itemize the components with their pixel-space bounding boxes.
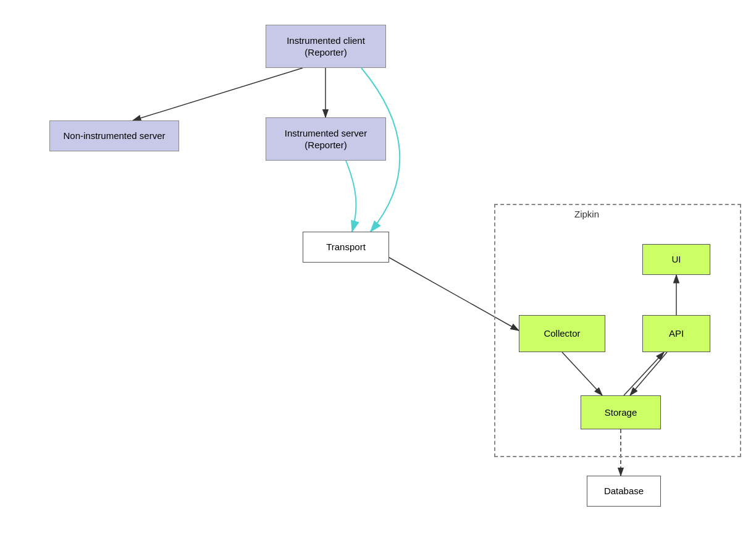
api-label: API: [669, 327, 684, 340]
svg-line-3: [133, 68, 303, 120]
transport-label: Transport: [326, 241, 366, 253]
api-node: API: [642, 315, 710, 352]
instrumented-client-node: Instrumented client (Reporter): [266, 25, 386, 68]
ui-node: UI: [642, 244, 710, 275]
instrumented-server-node: Instrumented server (Reporter): [266, 117, 386, 161]
instrumented-client-label: Instrumented client (Reporter): [287, 35, 365, 59]
collector-node: Collector: [519, 315, 605, 352]
zipkin-label: Zipkin: [574, 209, 599, 219]
instrumented-server-label: Instrumented server (Reporter): [285, 127, 367, 151]
collector-label: Collector: [544, 327, 580, 340]
non-instrumented-server-label: Non-instrumented server: [63, 130, 165, 142]
ui-label: UI: [672, 253, 681, 266]
diagram: Zipkin Instrumented client (Reporter) No…: [0, 0, 756, 556]
storage-label: Storage: [605, 406, 637, 419]
database-label: Database: [604, 485, 644, 497]
database-node: Database: [587, 476, 661, 507]
non-instrumented-server-node: Non-instrumented server: [49, 120, 179, 151]
storage-node: Storage: [581, 395, 661, 429]
transport-node: Transport: [303, 232, 389, 263]
